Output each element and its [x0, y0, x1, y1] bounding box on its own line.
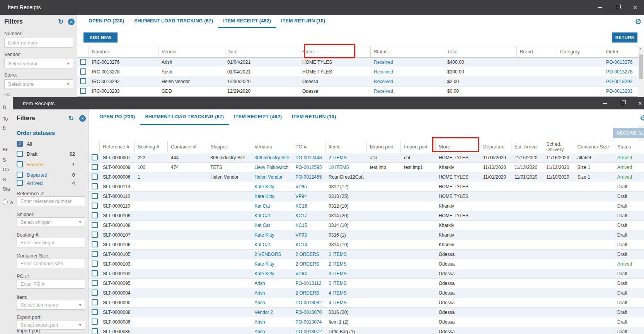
restore-button[interactable]: [613, 97, 631, 109]
po-link[interactable]: 2 ORDERS: [295, 290, 319, 296]
row-checkbox[interactable]: [92, 319, 98, 325]
checkbox-arrived[interactable]: [17, 180, 23, 186]
row-checkbox[interactable]: [80, 78, 86, 84]
column-header-vendor[interactable]: Vendor: [158, 46, 224, 58]
row-checkbox[interactable]: [92, 203, 98, 209]
checkbox-draft[interactable]: [17, 151, 23, 157]
po-link[interactable]: PO-0013070: [295, 310, 322, 315]
po-link[interactable]: PO-0012448: [295, 155, 322, 160]
row-checkbox[interactable]: [92, 183, 98, 189]
minimize-button[interactable]: [591, 0, 608, 15]
row-checkbox[interactable]: [92, 290, 98, 296]
order-link[interactable]: PO-0013276: [606, 60, 632, 65]
gear-icon[interactable]: ⚙: [640, 113, 644, 123]
po-link[interactable]: KC16: [295, 203, 307, 209]
row-checkbox[interactable]: [92, 270, 98, 276]
po-link[interactable]: VP95: [295, 184, 307, 189]
filter-select-store[interactable]: Select store▾: [4, 79, 73, 89]
order-link[interactable]: PO-0013278: [606, 69, 632, 75]
po-link[interactable]: PO-0012455: [295, 174, 322, 180]
filter-input-number[interactable]: Enter number: [4, 38, 73, 48]
order-link[interactable]: PO-0013292: [606, 79, 632, 84]
row-checkbox[interactable]: [92, 261, 98, 267]
column-header-store[interactable]: Store: [299, 46, 371, 58]
refresh-icon[interactable]: ↻: [58, 18, 63, 26]
vendor-link[interactable]: Kate Kitty: [254, 194, 274, 199]
column-header-date[interactable]: Date: [224, 46, 299, 58]
po-link[interactable]: PO-0012595: [295, 165, 322, 170]
status-filter-draft[interactable]: Draft62: [17, 151, 85, 158]
tab-shipment-load-tracking-67[interactable]: SHIPMENT LOAD TRACKING (67): [140, 109, 229, 125]
close-button[interactable]: ✕: [626, 0, 644, 15]
checkbox-departed[interactable]: [17, 172, 23, 178]
clear-filters-icon[interactable]: ✕: [68, 19, 75, 25]
add-new-button[interactable]: ADD NEW: [83, 32, 118, 43]
column-header-status[interactable]: Status: [614, 141, 644, 153]
column-header-checkbox[interactable]: [77, 46, 89, 58]
tab-open-po-230[interactable]: OPEN PO (230): [94, 109, 140, 125]
column-header-category[interactable]: Category: [557, 46, 603, 58]
close-button[interactable]: ✕: [631, 97, 644, 109]
order-link[interactable]: PO-0013283: [606, 89, 632, 94]
po-link[interactable]: PO-0013072: [295, 329, 322, 334]
items-link[interactable]: 2 ITEMS: [329, 281, 347, 286]
po-link[interactable]: KC14: [295, 242, 307, 247]
column-header-po[interactable]: PO #: [292, 141, 325, 153]
vendor-link[interactable]: Kate Kitty: [254, 271, 274, 276]
filter-input-reference[interactable]: Enter reference number: [17, 196, 85, 206]
gear-icon[interactable]: ⚙: [635, 17, 642, 26]
items-link[interactable]: 4 ITEMS: [329, 290, 347, 296]
return-button[interactable]: RETURN: [612, 32, 637, 43]
tab-item-return-10[interactable]: ITEM RETURN (10): [287, 109, 341, 125]
column-header-booking[interactable]: Booking #: [135, 141, 168, 153]
column-header-est-arrival[interactable]: Est. Arrival: [511, 141, 543, 153]
column-header-number[interactable]: Number: [89, 46, 158, 58]
column-header-items[interactable]: Items: [325, 141, 367, 153]
tab-item-receipt-462[interactable]: ITEM RECEIPT (462): [218, 15, 276, 28]
items-link[interactable]: 18 ITEMS: [329, 165, 349, 170]
filter-select-vendor[interactable]: Select vendor▾: [4, 59, 73, 68]
vendor-link[interactable]: Arish: [254, 281, 265, 286]
tab-item-receipt-462[interactable]: ITEM RECEIPT (462): [229, 109, 287, 125]
po-link[interactable]: 2 ORDERS: [295, 261, 319, 267]
row-checkbox[interactable]: [92, 299, 98, 305]
row-checkbox[interactable]: [92, 328, 98, 334]
column-header-checkbox[interactable]: [89, 141, 100, 153]
row-checkbox[interactable]: [92, 251, 98, 257]
status-filter-arrived[interactable]: Arrived4: [17, 180, 85, 187]
column-header-order[interactable]: Order: [603, 46, 638, 58]
tab-item-return-10[interactable]: ITEM RETURN (10): [276, 15, 330, 28]
column-header-vendors[interactable]: Vendors: [251, 141, 292, 153]
column-header-store[interactable]: Store: [436, 141, 480, 153]
column-header-export-port[interactable]: Export port: [367, 141, 401, 153]
row-checkbox[interactable]: [92, 174, 98, 180]
filter-input-booking[interactable]: Enter booking #: [17, 238, 85, 247]
scrollbar-thumb[interactable]: [639, 55, 643, 79]
po-link[interactable]: VP93: [295, 232, 307, 238]
po-link[interactable]: PO-0013082: [295, 300, 322, 305]
vendor-link[interactable]: 2 VENDORS: [254, 252, 281, 257]
row-checkbox[interactable]: [92, 309, 98, 315]
titlebar[interactable]: Item Receipts ✕: [0, 0, 644, 15]
items-link[interactable]: 2 ITEMS: [329, 261, 347, 267]
vendor-link[interactable]: Kat Cat: [254, 203, 270, 209]
status-filter-all[interactable]: All: [17, 141, 85, 148]
vendor-link[interactable]: Kate Kitty: [254, 261, 274, 267]
row-checkbox[interactable]: [92, 212, 98, 218]
column-header-reference[interactable]: Reference #: [100, 141, 135, 153]
filter-select-item[interactable]: Select Item name▾: [17, 300, 85, 310]
column-header-status[interactable]: Status: [371, 46, 444, 58]
checkbox-all[interactable]: [17, 141, 23, 147]
column-header-sched-delivery[interactable]: Sched. Delivery: [543, 141, 574, 153]
column-header-container-size[interactable]: Container Size: [574, 141, 614, 153]
items-link[interactable]: 4 ITEMS: [329, 300, 347, 305]
row-checkbox[interactable]: [92, 154, 98, 160]
items-link[interactable]: 2 ITEMS: [329, 155, 347, 160]
column-header-departure[interactable]: Departure: [480, 141, 511, 153]
vendor-link[interactable]: 306 Industry Site: [254, 155, 289, 160]
row-checkbox[interactable]: [92, 241, 98, 247]
po-link[interactable]: KC17: [295, 213, 307, 218]
clear-filters-icon[interactable]: ✕: [79, 115, 86, 122]
vendor-link[interactable]: Kat Cat: [254, 223, 270, 228]
vendor-link[interactable]: Kat Cat: [254, 213, 270, 218]
